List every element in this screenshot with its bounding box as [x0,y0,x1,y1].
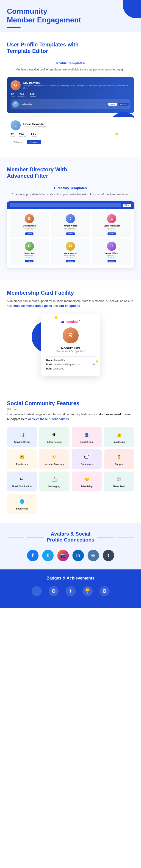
label-line-right [97,537,114,538]
leslie-info: Leslie Alexander Member since 5th April … [23,123,46,128]
feature-messaging: 📩 Messaging [39,471,69,491]
directory-description: Change appropriate listing style suit to… [7,192,134,197]
avatars-label-row: Avatars & Social Profile Connections [7,531,134,544]
member-directory-label: Member Directory [45,463,64,466]
dir-follow-btn-6[interactable]: Follow [108,260,116,262]
directory-section: Member Directory With Advanced Filter Di… [0,157,141,281]
badges-label: Badges [115,463,123,466]
social-wall-icon: 🌐 [18,497,26,506]
empty-cell-3 [104,494,134,514]
social-title: Social Community Features [7,400,134,407]
badge-icon-sun: ☀ [65,586,76,596]
feature-grid-row4: 🌐 Social Wall [7,494,134,514]
detail-email: Email: robert.fox491@gmail.com [46,363,95,367]
feature-allow-review: 👁 Allow Review [39,427,69,447]
badge-icon-medal: 👤 [32,586,42,596]
profile-name-blue: Guy Hawkins [23,81,131,85]
page-title: Community Member Engagement [7,7,134,25]
following-button[interactable]: Following [10,140,25,144]
vk-icon[interactable]: vk [88,550,99,561]
social-wall-label: Social Wall [16,507,28,510]
badge-icon-star: ⚙ [49,586,59,596]
dir-follow-btn-1[interactable]: Follow [25,232,33,235]
card-divider [46,356,95,357]
dir-avatar-6: J [107,242,116,251]
dir-name-5: Wade Warren [53,252,88,254]
like-dislike-label: Like/Dislike [113,441,125,443]
dir-member-card-4: R Robert Fox robert.fox@... ★★★☆☆ Follow [10,239,49,265]
dir-avatar-5: W [66,242,75,251]
dir-follow-btn-5[interactable]: Follow [66,260,75,262]
profile-stats-blue: 37 Posts 274 Followers 1.2k Following [10,93,131,97]
dir-stars-4: ★★★☆☆ [12,256,47,258]
sub-avatar: C [12,101,19,107]
follow-button-cody[interactable]: Follow [108,103,117,106]
leslie-stat-posts: 37 Posts [10,133,15,137]
dir-info-4: robert.fox@... [12,255,47,256]
dir-member-card-5: W Wade Warren wade.warren@... ★★★★☆ Foll… [51,239,90,265]
instagram-icon[interactable]: 📷 [57,550,69,561]
badge-item-gear: ⚙ [100,586,110,596]
badge-item-sun: ☀ [65,586,76,596]
label-line-left [27,537,44,538]
twitter-icon[interactable]: 𝕥 [42,550,54,561]
white-card-header: L Leslie Alexander Member since 5th Apri… [10,120,131,130]
badges-icons-row: 👤 ⚙ ☀ 🏆 ⚙ [7,586,134,596]
dir-avatar-2: J [66,214,75,223]
membership-title: Membership Card Facility [7,290,134,296]
dir-follow-btn-3[interactable]: Follow [108,232,116,235]
social-community-section: Social Community Features (Add on) Long … [0,391,141,523]
directory-grid: G Guy Hawkins guy.hawkins2@... ★★★★★ Fol… [7,209,134,268]
message-button[interactable]: Message [27,140,41,144]
allow-review-icon: 👁 [50,431,58,439]
stat-followers: 274 Followers [18,93,25,97]
dir-name-6: Jenny Wilson [94,252,129,254]
facebook-icon[interactable]: f [27,550,38,561]
dir-member-card-2: J James Wilson james.wilson@... ★★★★☆ Fo… [51,212,90,238]
feature-friendship: 🤝 Friendship [72,471,102,491]
dir-follow-btn-4[interactable]: Follow [25,260,33,262]
membership-card-container: armember+ R Robert Fox Member since 5th … [7,314,134,376]
membership-dot-2 [93,364,95,365]
feature-like-dislike: 👍 Like/Dislike [104,427,134,447]
feature-badges: 🏅 Badges [104,449,134,469]
badges-icon: 🏅 [115,453,123,461]
membership-section: Membership Card Facility ARMember has in… [0,280,141,391]
dir-info-3: leslie.alex@... [94,227,129,229]
profile-bio-blue: Lorem Ipsum is simply dummy text of the … [23,85,131,89]
social-login-label: Social Login [80,441,93,443]
sub-profile-card: C Cody Fisher Follow Message [10,99,131,110]
profile-description: Multiple attractive profile templates ar… [7,67,134,72]
badge-icon-gear: ⚙ [100,586,110,596]
feature-grid-row3: ✉ Email Notification 📩 Messaging 🤝 Frien… [7,471,134,491]
leslie-stat-following: 1.2k Following [30,133,37,137]
tumblr-icon[interactable]: t [103,550,114,561]
filter-button[interactable]: Filter [123,204,131,207]
allow-review-label: Allow Review [47,441,62,443]
profile-card-blue: G Guy Hawkins Lorem Ipsum is simply dumm… [7,76,134,113]
friendship-label: Friendship [81,485,93,488]
dir-follow-btn-2[interactable]: Follow [66,232,75,235]
membership-card-wrapper: armember+ R Robert Fox Member since 5th … [41,314,101,376]
empty-cell-2 [72,494,102,514]
dir-member-card-6: J Jenny Wilson jenny.w@... ★★★★★ Follow [92,239,131,265]
membership-card-name: Robert Fox [46,346,95,350]
membership-dot-1 [96,360,98,363]
addon-link[interactable]: add-on options [58,304,80,308]
linkedin-icon[interactable]: in [73,550,84,561]
stat-posts: 37 Posts [10,93,15,97]
stat-following: 1.2k Following [29,93,35,97]
feature-activity-stream: 📊 Activity Stream [7,427,37,447]
activity-stream-icon: 📊 [18,431,26,439]
directory-label-text: Directory Templates [54,186,87,190]
directory-topbar: Filter [7,201,134,209]
directory-search-bar [10,203,121,207]
emoticons-icon: 😊 [18,453,26,461]
membership-yellow-dot [55,316,57,319]
email-notification-icon: ✉ [18,475,26,484]
card-avatar-row: G Guy Hawkins Lorem Ipsum is simply dumm… [10,80,131,90]
message-button-cody[interactable]: Message [118,103,129,106]
yellow-dot [115,133,118,135]
profile-section-title: User Profile Templates with Template Edi… [7,41,134,54]
multiple-plans-link[interactable]: multiple membership plans [13,304,52,308]
